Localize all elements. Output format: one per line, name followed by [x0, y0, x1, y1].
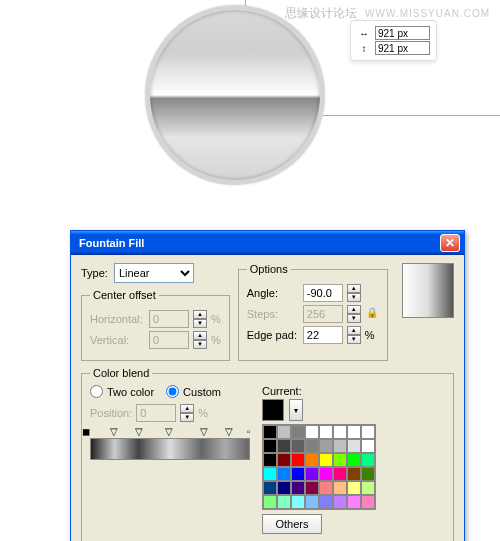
- width-icon: ↔: [357, 28, 371, 38]
- titlebar[interactable]: Fountain Fill ✕: [71, 231, 464, 255]
- color-swatch[interactable]: [347, 467, 361, 481]
- color-swatch[interactable]: [333, 481, 347, 495]
- spin-down: ▼: [193, 319, 207, 328]
- gradient-markers[interactable]: ◼ ▽ ▽ ▽ ▽ ▽ ▫: [90, 426, 250, 438]
- color-swatch[interactable]: [277, 495, 291, 509]
- vertical-label: Vertical:: [90, 334, 145, 346]
- color-swatch[interactable]: [347, 425, 361, 439]
- edgepad-label: Edge pad:: [247, 329, 299, 341]
- edgepad-input[interactable]: [303, 326, 343, 344]
- color-swatch[interactable]: [361, 439, 375, 453]
- custom-label: Custom: [183, 386, 221, 398]
- color-swatch[interactable]: [333, 467, 347, 481]
- color-swatch[interactable]: [347, 439, 361, 453]
- color-swatch[interactable]: [319, 453, 333, 467]
- color-swatch[interactable]: [319, 467, 333, 481]
- angle-input[interactable]: [303, 284, 343, 302]
- color-swatch[interactable]: [263, 425, 277, 439]
- options-legend: Options: [247, 263, 291, 275]
- gradient-preview[interactable]: [402, 263, 454, 318]
- color-swatch[interactable]: [277, 439, 291, 453]
- pct-label: %: [211, 313, 221, 325]
- color-swatch[interactable]: [333, 439, 347, 453]
- marker-start[interactable]: ◼: [82, 426, 92, 436]
- color-swatch[interactable]: [347, 453, 361, 467]
- spin-up: ▲: [193, 331, 207, 340]
- color-swatch[interactable]: [291, 439, 305, 453]
- gradient-strip[interactable]: [90, 438, 250, 460]
- guide-line-h: [323, 115, 500, 116]
- marker[interactable]: ▽: [165, 426, 175, 436]
- spin-up[interactable]: ▲: [347, 284, 361, 293]
- spin-down[interactable]: ▼: [347, 335, 361, 344]
- two-color-radio[interactable]: [90, 385, 103, 398]
- marker-end[interactable]: ▫: [247, 426, 257, 436]
- circle-object[interactable]: [145, 5, 325, 185]
- color-swatch[interactable]: [291, 481, 305, 495]
- close-button[interactable]: ✕: [440, 234, 460, 252]
- color-swatch[interactable]: [291, 467, 305, 481]
- steps-label: Steps:: [247, 308, 299, 320]
- color-swatch[interactable]: [361, 453, 375, 467]
- color-swatch[interactable]: [361, 481, 375, 495]
- marker[interactable]: ▽: [110, 426, 120, 436]
- color-swatch[interactable]: [263, 467, 277, 481]
- color-swatch[interactable]: [319, 495, 333, 509]
- color-swatch[interactable]: [277, 481, 291, 495]
- custom-radio[interactable]: [166, 385, 179, 398]
- marker[interactable]: ▽: [225, 426, 235, 436]
- spin-down[interactable]: ▼: [347, 293, 361, 302]
- horizontal-label: Horizontal:: [90, 313, 145, 325]
- color-swatch[interactable]: [347, 495, 361, 509]
- color-swatch[interactable]: [305, 425, 319, 439]
- color-swatch[interactable]: [333, 425, 347, 439]
- height-input[interactable]: [375, 41, 430, 55]
- color-swatch[interactable]: [263, 439, 277, 453]
- color-swatch[interactable]: [305, 467, 319, 481]
- color-swatch[interactable]: [291, 453, 305, 467]
- color-swatch[interactable]: [263, 453, 277, 467]
- picker-dropdown[interactable]: ▾: [289, 399, 303, 421]
- others-button[interactable]: Others: [262, 514, 322, 534]
- fountain-fill-dialog: Fountain Fill ✕ Type: Linear Center offs…: [70, 230, 465, 541]
- color-swatch[interactable]: [361, 467, 375, 481]
- color-swatch[interactable]: [305, 495, 319, 509]
- spin-up: ▲: [193, 310, 207, 319]
- current-swatch[interactable]: [262, 399, 284, 421]
- marker[interactable]: ▽: [200, 426, 210, 436]
- color-swatch[interactable]: [305, 439, 319, 453]
- spin-down: ▼: [347, 314, 361, 323]
- horizontal-input: [149, 310, 189, 328]
- color-swatch[interactable]: [277, 467, 291, 481]
- color-swatch[interactable]: [319, 481, 333, 495]
- color-swatch[interactable]: [291, 495, 305, 509]
- spin-up[interactable]: ▲: [347, 326, 361, 335]
- color-swatch[interactable]: [277, 425, 291, 439]
- color-swatch[interactable]: [277, 453, 291, 467]
- lock-icon[interactable]: 🔒: [365, 307, 379, 321]
- color-swatch[interactable]: [361, 425, 375, 439]
- type-select[interactable]: Linear: [114, 263, 194, 283]
- width-input[interactable]: [375, 26, 430, 40]
- marker[interactable]: ▽: [135, 426, 145, 436]
- color-swatch[interactable]: [333, 453, 347, 467]
- dialog-title: Fountain Fill: [79, 237, 144, 249]
- color-swatch[interactable]: [319, 439, 333, 453]
- position-label: Position:: [90, 407, 132, 419]
- color-palette: [262, 424, 376, 510]
- color-swatch[interactable]: [347, 481, 361, 495]
- type-label: Type:: [81, 267, 108, 279]
- steps-input: [303, 305, 343, 323]
- color-blend-legend: Color blend: [90, 367, 152, 379]
- color-swatch[interactable]: [263, 495, 277, 509]
- color-swatch[interactable]: [263, 481, 277, 495]
- height-icon: ↕: [357, 43, 371, 53]
- color-swatch[interactable]: [291, 425, 305, 439]
- color-swatch[interactable]: [333, 495, 347, 509]
- color-swatch[interactable]: [319, 425, 333, 439]
- color-swatch[interactable]: [305, 453, 319, 467]
- color-blend-group: Color blend Two color Custom: [81, 367, 454, 541]
- color-swatch[interactable]: [361, 495, 375, 509]
- color-swatch[interactable]: [305, 481, 319, 495]
- pct-label: %: [211, 334, 221, 346]
